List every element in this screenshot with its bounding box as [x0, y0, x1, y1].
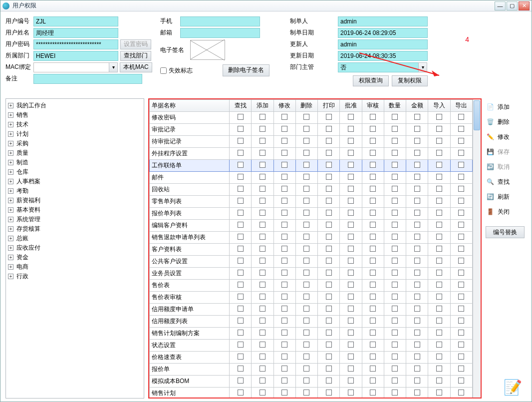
perm-cell[interactable]	[295, 352, 317, 364]
checkbox-icon[interactable]	[326, 258, 332, 264]
expand-icon[interactable]: +	[8, 188, 13, 194]
perm-cell[interactable]	[428, 340, 450, 352]
checkbox-icon[interactable]	[326, 162, 332, 168]
row-name[interactable]: 工作联络单	[150, 160, 230, 172]
perm-cell[interactable]	[252, 136, 273, 148]
checkbox-icon[interactable]	[281, 114, 287, 120]
perm-cell[interactable]	[340, 328, 362, 340]
perm-cell[interactable]	[428, 232, 450, 244]
col-header[interactable]: 数量	[384, 100, 406, 112]
perm-cell[interactable]	[295, 208, 317, 220]
checkbox-icon[interactable]	[458, 342, 464, 348]
perm-cell[interactable]	[252, 160, 273, 172]
perm-cell[interactable]	[428, 244, 450, 256]
perm-cell[interactable]	[362, 268, 384, 280]
perm-cell[interactable]	[428, 112, 450, 124]
perm-cell[interactable]	[450, 196, 472, 208]
checkbox-icon[interactable]	[458, 138, 464, 144]
checkbox-icon[interactable]	[370, 282, 376, 288]
checkbox-icon[interactable]	[458, 162, 464, 168]
checkbox-icon[interactable]	[458, 210, 464, 216]
checkbox-icon[interactable]	[326, 114, 332, 120]
perm-cell[interactable]	[295, 136, 317, 148]
checkbox-icon[interactable]	[414, 126, 420, 132]
perm-cell[interactable]	[318, 352, 340, 364]
perm-cell[interactable]	[340, 388, 362, 398]
checkbox-icon[interactable]	[281, 222, 287, 228]
row-name[interactable]: 邮件	[150, 172, 230, 184]
perm-cell[interactable]	[406, 184, 428, 196]
checkbox-icon[interactable]	[281, 282, 287, 288]
perm-cell[interactable]	[295, 340, 317, 352]
checkbox-icon[interactable]	[238, 342, 244, 348]
checkbox-icon[interactable]	[392, 114, 398, 120]
row-name[interactable]: 回收站	[150, 184, 230, 196]
checkbox-icon[interactable]	[458, 378, 464, 384]
expand-icon[interactable]: +	[8, 131, 13, 137]
perm-cell[interactable]	[252, 268, 273, 280]
perm-cell[interactable]	[406, 316, 428, 328]
perm-cell[interactable]	[318, 112, 340, 124]
perm-cell[interactable]	[384, 316, 406, 328]
checkbox-icon[interactable]	[303, 234, 309, 240]
checkbox-icon[interactable]	[414, 270, 420, 276]
perm-cell[interactable]	[428, 172, 450, 184]
perm-cell[interactable]	[384, 304, 406, 316]
checkbox-icon[interactable]	[303, 210, 309, 216]
perm-cell[interactable]	[428, 196, 450, 208]
expand-icon[interactable]: +	[8, 150, 13, 156]
checkbox-icon[interactable]	[436, 306, 442, 312]
perm-cell[interactable]	[295, 148, 317, 160]
find-dept-button[interactable]: 查找部门	[120, 51, 151, 61]
col-name-header[interactable]: 单据名称	[150, 100, 230, 112]
perm-cell[interactable]	[428, 124, 450, 136]
perm-cell[interactable]	[230, 184, 252, 196]
perm-cell[interactable]	[340, 184, 362, 196]
perm-cell[interactable]	[384, 292, 406, 304]
expand-icon[interactable]: +	[8, 141, 13, 146]
checkbox-icon[interactable]	[281, 150, 287, 156]
checkbox-icon[interactable]	[238, 162, 244, 168]
refresh-action[interactable]: 🔄 刷新	[486, 191, 510, 202]
perm-cell[interactable]	[450, 244, 472, 256]
checkbox-icon[interactable]	[458, 318, 464, 324]
checkbox-icon[interactable]	[260, 294, 266, 300]
checkbox-icon[interactable]	[348, 246, 354, 252]
checkbox-icon[interactable]	[436, 126, 442, 132]
perm-cell[interactable]	[340, 352, 362, 364]
perm-cell[interactable]	[295, 256, 317, 268]
checkbox-icon[interactable]	[458, 330, 464, 336]
invalid-checkbox[interactable]: 失效标志	[160, 66, 193, 75]
tree-item[interactable]: +总账	[7, 234, 143, 243]
checkbox-icon[interactable]	[281, 378, 287, 384]
checkbox-icon[interactable]	[238, 378, 244, 384]
checkbox-icon[interactable]	[436, 354, 442, 360]
tree-panel[interactable]: +我的工作台+销售+技术+计划+采购+质量+制造+仓库+人事档案+考勤+薪资福利…	[5, 98, 144, 399]
perm-cell[interactable]	[450, 352, 472, 364]
tree-item[interactable]: +质量	[7, 148, 143, 158]
expand-icon[interactable]: +	[8, 179, 13, 184]
tree-item[interactable]: +基本资料	[7, 205, 143, 215]
perm-cell[interactable]	[362, 364, 384, 376]
perm-cell[interactable]	[230, 232, 252, 244]
perm-cell[interactable]	[450, 388, 472, 398]
checkbox-icon[interactable]	[303, 258, 309, 264]
perm-cell[interactable]	[450, 292, 472, 304]
perm-cell[interactable]	[318, 364, 340, 376]
perm-cell[interactable]	[295, 364, 317, 376]
perm-cell[interactable]	[318, 244, 340, 256]
perm-cell[interactable]	[406, 304, 428, 316]
checkbox-icon[interactable]	[458, 282, 464, 288]
perm-cell[interactable]	[406, 136, 428, 148]
checkbox-icon[interactable]	[348, 270, 354, 276]
perm-cell[interactable]	[450, 364, 472, 376]
perm-cell[interactable]	[450, 184, 472, 196]
checkbox-icon[interactable]	[458, 222, 464, 228]
perm-cell[interactable]	[318, 160, 340, 172]
perm-cell[interactable]	[295, 268, 317, 280]
checkbox-icon[interactable]	[303, 150, 309, 156]
expand-icon[interactable]: +	[8, 245, 13, 251]
perm-cell[interactable]	[252, 244, 273, 256]
perm-cell[interactable]	[230, 340, 252, 352]
expand-icon[interactable]: +	[8, 255, 13, 260]
